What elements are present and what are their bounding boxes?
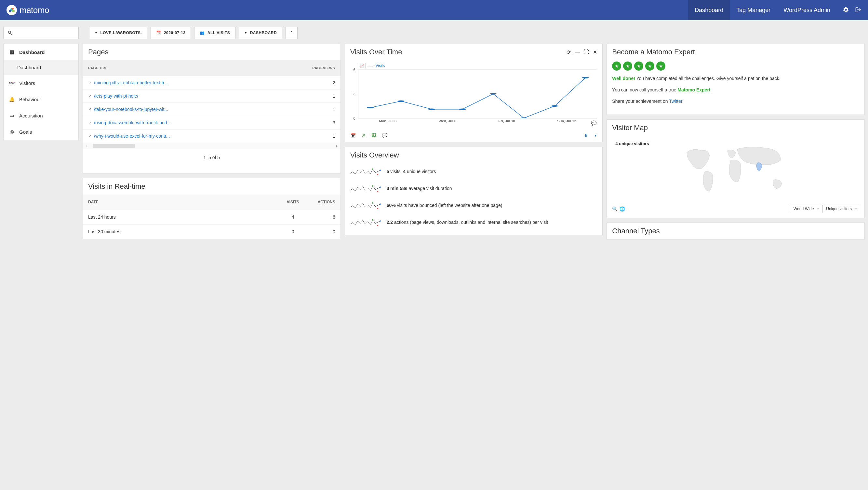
- nav-tag-manager[interactable]: Tag Manager: [730, 0, 777, 20]
- people-icon: 👥: [200, 31, 205, 35]
- site-selector[interactable]: ▼LOVE.LAW.ROBOTS.: [89, 27, 147, 39]
- open-link-icon[interactable]: ↗: [88, 134, 91, 138]
- pageview-count: 2: [322, 80, 335, 85]
- svg-point-10: [551, 105, 558, 107]
- logo-icon: [6, 5, 17, 15]
- chevron-down-icon[interactable]: ▼: [594, 134, 597, 137]
- segment-selector[interactable]: 👥ALL VISITS: [194, 27, 236, 39]
- chart-footer: 📅 ↗ 🖼 💬 8 ▼: [345, 129, 602, 142]
- comment-icon[interactable]: 💬: [382, 133, 388, 138]
- search-input[interactable]: [3, 27, 79, 39]
- target-icon: ◎: [9, 129, 14, 135]
- svg-point-21: [372, 219, 373, 220]
- scroll-right-icon[interactable]: ›: [336, 144, 337, 148]
- widget-title: Visits Overview: [350, 151, 399, 159]
- close-icon[interactable]: ✕: [593, 49, 597, 55]
- image-icon[interactable]: 🖼: [371, 133, 376, 138]
- page-url[interactable]: /take-your-notebooks-to-jupyter-wit...: [94, 107, 322, 112]
- refresh-icon[interactable]: ⟳: [566, 49, 571, 55]
- realtime-header: DATE VISITS ACTIONS: [83, 194, 341, 210]
- grid-icon: ▦: [9, 49, 14, 55]
- sidebar-item-acquisition[interactable]: ▭ Acquisition: [4, 108, 79, 124]
- widget-title: Channel Types: [612, 227, 659, 235]
- open-link-icon[interactable]: ↗: [88, 80, 91, 85]
- calendar-icon[interactable]: 📅: [350, 133, 356, 138]
- page-url[interactable]: /lets-play-with-pi-hole/: [94, 93, 322, 99]
- table-horizontal-scrollbar[interactable]: ‹ ›: [83, 143, 341, 149]
- star-icon: ★: [623, 61, 632, 71]
- svg-point-13: [379, 170, 381, 171]
- pageview-count: 1: [322, 93, 335, 99]
- widget-title: Visitor Map: [612, 124, 648, 132]
- open-link-icon[interactable]: ↗: [88, 107, 91, 112]
- widget-title: Become a Matomo Expert: [612, 48, 695, 56]
- topbar: matomo Dashboard Tag Manager WordPress A…: [0, 0, 868, 20]
- collapse-button[interactable]: ⌃: [285, 27, 298, 39]
- pageview-count: 1: [322, 107, 335, 112]
- scroll-left-icon[interactable]: ‹: [86, 144, 88, 148]
- world-map[interactable]: [612, 139, 859, 198]
- svg-point-16: [379, 186, 381, 188]
- scroll-handle[interactable]: [93, 144, 135, 148]
- open-link-icon[interactable]: ↗: [88, 120, 91, 125]
- export-icon[interactable]: ↗: [362, 133, 366, 138]
- pageview-count: 3: [322, 120, 335, 125]
- globe-icon[interactable]: 🌐: [620, 206, 625, 212]
- sidebar-item-dashboard[interactable]: ▦ Dashboard: [4, 44, 79, 60]
- star-icon: ★: [634, 61, 643, 71]
- sidebar-sub-dashboard[interactable]: Dashboard: [4, 60, 79, 75]
- widget-title: Pages: [88, 48, 108, 56]
- date-selector[interactable]: 📅2020-07-13: [151, 27, 191, 39]
- table-row[interactable]: ↗/why-i-would-use-excel-for-my-contr...1: [83, 129, 341, 143]
- table-row[interactable]: ↗/take-your-notebooks-to-jupyter-wit...1: [83, 102, 341, 116]
- svg-point-22: [379, 220, 381, 221]
- minimize-icon[interactable]: —: [575, 49, 580, 55]
- expert-widget: Become a Matomo Expert ★ ★ ★ ★ ★ Well do…: [607, 43, 865, 115]
- overview-metric: 5 visits, 4 unique visitors: [345, 163, 602, 180]
- svg-point-12: [372, 168, 373, 170]
- sidebar-item-goals[interactable]: ◎ Goals: [4, 124, 79, 140]
- overview-metric: 3 min 58s average visit duration: [345, 180, 602, 197]
- svg-point-3: [12, 8, 14, 10]
- nav-wordpress-admin[interactable]: WordPress Admin: [777, 0, 837, 20]
- chart-legend: 📈 — Visits: [359, 63, 597, 68]
- visitors-icon: 👓: [9, 80, 14, 86]
- visits-overview-widget: Visits Overview 5 visits, 4 unique visit…: [345, 147, 603, 235]
- logout-icon[interactable]: [855, 6, 862, 14]
- book-icon: ▭: [9, 113, 14, 118]
- svg-point-14: [377, 174, 378, 175]
- overview-metric: 60% visits have bounced (left the websit…: [345, 197, 602, 214]
- logo[interactable]: matomo: [6, 5, 49, 15]
- map-region-select[interactable]: World-Wide: [790, 205, 821, 213]
- svg-point-7: [459, 109, 466, 110]
- map-metric-select[interactable]: Unique visitors: [823, 205, 859, 213]
- chevron-up-icon: ⌃: [290, 31, 293, 35]
- sparkline: [350, 217, 381, 228]
- annotation-icon[interactable]: 💬: [591, 120, 596, 126]
- sidebar-item-visitors[interactable]: 👓 Visitors: [4, 75, 79, 91]
- page-url[interactable]: /mining-pdfs-to-obtain-better-text-fr...: [94, 80, 322, 85]
- visitor-map-widget: Visitor Map 4 unique visitors: [607, 119, 865, 218]
- table-row[interactable]: ↗/using-docassemble-with-traefik-and...3: [83, 116, 341, 129]
- bell-icon: 🔔: [9, 96, 14, 102]
- sparkline: [350, 184, 381, 194]
- page-url[interactable]: /using-docassemble-with-traefik-and...: [94, 120, 322, 125]
- pageview-count: 1: [322, 133, 335, 139]
- logo-text: matomo: [20, 5, 49, 15]
- widget-title: Visits Over Time: [350, 48, 402, 56]
- maximize-icon[interactable]: ⛶: [584, 49, 589, 55]
- dashboard-selector[interactable]: ▼DASHBOARD: [239, 27, 282, 39]
- page-url[interactable]: /why-i-would-use-excel-for-my-contr...: [94, 133, 322, 139]
- zoom-icon[interactable]: 🔍: [612, 206, 618, 212]
- table-row: Last 30 minutes00: [83, 224, 341, 239]
- chart-type-icon[interactable]: 📈: [359, 63, 366, 68]
- open-link-icon[interactable]: ↗: [88, 94, 91, 98]
- table-row[interactable]: ↗/mining-pdfs-to-obtain-better-text-fr..…: [83, 76, 341, 89]
- nav-dashboard[interactable]: Dashboard: [688, 0, 730, 20]
- star-rating: ★ ★ ★ ★ ★: [607, 60, 864, 75]
- svg-point-17: [377, 191, 378, 192]
- gear-icon[interactable]: [843, 6, 849, 14]
- twitter-link[interactable]: Twitter: [669, 99, 682, 104]
- sidebar-item-behaviour[interactable]: 🔔 Behaviour: [4, 91, 79, 108]
- table-row[interactable]: ↗/lets-play-with-pi-hole/1: [83, 89, 341, 102]
